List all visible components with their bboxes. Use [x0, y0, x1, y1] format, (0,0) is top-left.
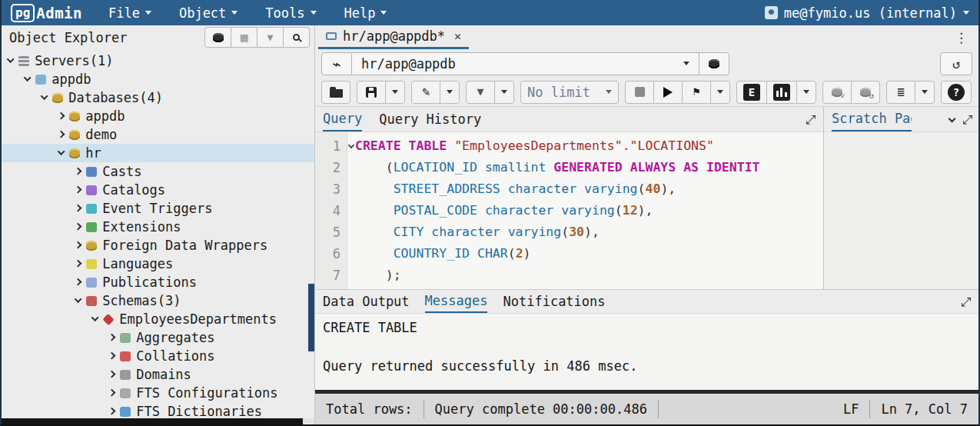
commit-button[interactable]: ✓ — [822, 81, 852, 104]
tree-item-foreign-data-wrappers[interactable]: Foreign Data Wrappers — [2, 236, 314, 255]
cursor-position: Ln 7, Col 7 — [870, 401, 978, 417]
expand-caret-icon[interactable] — [75, 168, 82, 175]
scratch-pad-tab[interactable]: Scratch Pad — [832, 107, 912, 131]
expand-icon[interactable]: ⤢ — [806, 112, 816, 127]
new-connection-button[interactable] — [699, 52, 729, 75]
tab-messages[interactable]: Messages — [425, 290, 488, 313]
collapse-caret-icon[interactable] — [7, 56, 15, 64]
tree-item-languages[interactable]: Languages — [2, 255, 314, 273]
filter-data-button[interactable]: ▼ — [257, 27, 284, 48]
tree-item-publications[interactable]: Publications — [2, 273, 314, 291]
close-tab-icon[interactable]: ✕ — [454, 29, 461, 43]
collapse-caret-icon[interactable] — [41, 93, 48, 101]
tab-query[interactable]: Query — [323, 107, 362, 131]
stop-button[interactable] — [625, 81, 654, 104]
explain-options-button[interactable] — [796, 81, 816, 104]
save-file-button[interactable] — [357, 81, 386, 104]
query-tool-tab[interactable]: hr/app@appdb* ✕ — [318, 25, 469, 49]
tab-notifications[interactable]: Notifications — [503, 290, 605, 313]
tree-item-employeesdepartments[interactable]: EmployeesDepartments — [2, 310, 314, 328]
row-limit-select[interactable]: No limit — [520, 81, 619, 104]
edit-button[interactable]: ✎ — [411, 81, 440, 104]
expand-caret-icon[interactable] — [108, 334, 116, 341]
collapse-caret-icon[interactable] — [58, 148, 65, 156]
tree-item-aggregates[interactable]: Aggregates — [2, 328, 314, 347]
open-file-button[interactable] — [321, 81, 350, 104]
tab-data-output[interactable]: Data Output — [323, 290, 410, 313]
sql-code[interactable]: CREATE TABLE "EmployeesDepartments"."LOC… — [347, 132, 823, 289]
execute-button[interactable] — [653, 81, 683, 104]
macros-button[interactable]: ≣ — [886, 81, 915, 104]
collapse-caret-icon[interactable] — [91, 315, 99, 322]
expand-caret-icon[interactable] — [75, 205, 82, 212]
tree-item-servers-1-[interactable]: Servers(1) — [2, 52, 314, 70]
tree-vertical-scrollbar[interactable] — [308, 284, 314, 351]
filter-options-button[interactable] — [494, 81, 514, 104]
tree-item-catalogs[interactable]: Catalogs — [2, 181, 314, 199]
collapse-caret-icon[interactable] — [24, 75, 32, 82]
tree-item-demo[interactable]: demo — [2, 125, 314, 144]
collapse-caret-icon[interactable] — [75, 296, 82, 304]
expand-caret-icon[interactable] — [108, 352, 116, 360]
edit-options-button[interactable] — [440, 81, 460, 104]
collations-icon — [120, 351, 131, 361]
menu-file[interactable]: File — [108, 5, 151, 21]
chevron-down-icon — [963, 11, 969, 15]
tree-horizontal-scrollbar[interactable] — [2, 418, 314, 424]
expand-caret-icon[interactable] — [75, 278, 82, 286]
tree-item-databases-4-[interactable]: Databases(4) — [2, 88, 314, 107]
search-objects-button[interactable] — [283, 27, 310, 48]
object-explorer-title: Object Explorer — [9, 30, 128, 45]
menu-tools[interactable]: Tools — [265, 5, 316, 21]
explain-button[interactable]: E — [736, 81, 767, 104]
tree-item-extensions[interactable]: Extensions — [2, 218, 314, 236]
user-menu[interactable]: ☻ me@fymio.us (internal) — [765, 5, 969, 21]
expand-caret-icon[interactable] — [75, 186, 82, 194]
chevron-down-icon[interactable] — [948, 115, 956, 123]
expand-caret-icon[interactable] — [108, 371, 116, 378]
refresh-connection-button[interactable]: ↺ — [940, 52, 972, 75]
more-options-icon[interactable]: ⋮ — [955, 30, 968, 45]
tree-item-event-triggers[interactable]: Event Triggers — [2, 199, 314, 218]
connection-selector[interactable]: hr/app@appdb — [352, 52, 699, 75]
expand-caret-icon[interactable] — [108, 408, 116, 415]
macros-options-button[interactable] — [915, 81, 935, 104]
explain-analyze-button[interactable] — [766, 81, 797, 104]
expand-icon[interactable]: ⤢ — [961, 295, 971, 309]
expand-caret-icon[interactable] — [75, 260, 82, 268]
rollback-button[interactable]: ↺ — [851, 81, 880, 104]
tree-item-appdb[interactable]: appdb — [2, 70, 314, 88]
help-button[interactable]: ? — [941, 81, 972, 104]
line-number-gutter: 1234567 — [315, 132, 347, 289]
connection-status-button[interactable]: ⌁ — [321, 52, 352, 75]
menu-help[interactable]: Help — [344, 5, 387, 21]
tree-item-appdb[interactable]: appdb — [2, 107, 314, 125]
sql-editor[interactable]: 1234567 CREATE TABLE "EmployeesDepartmen… — [315, 131, 823, 289]
flag-icon: ⚑ — [693, 86, 699, 98]
tree-item-fts-dictionaries[interactable]: FTS Dictionaries — [2, 402, 314, 418]
tree-item-domains[interactable]: Domains — [2, 365, 314, 384]
save-options-button[interactable] — [385, 81, 405, 104]
expand-caret-icon[interactable] — [58, 131, 65, 138]
execute-dropdown-button[interactable] — [710, 81, 730, 104]
expand-caret-icon[interactable] — [58, 112, 65, 120]
tree-item-collations[interactable]: Collations — [2, 347, 314, 365]
expand-icon[interactable]: ⤢ — [962, 112, 972, 127]
tab-query-history[interactable]: Query History — [379, 107, 481, 131]
tree-item-hr[interactable]: hr — [2, 144, 314, 162]
view-data-button[interactable]: ▦ — [231, 27, 257, 48]
tree-item-casts[interactable]: Casts — [2, 162, 314, 181]
expand-caret-icon[interactable] — [75, 223, 82, 231]
pgadmin-logo-pg: pg — [11, 4, 35, 22]
expand-caret-icon[interactable] — [108, 389, 116, 397]
expand-caret-icon[interactable] — [75, 241, 82, 249]
scratch-pad-editor[interactable] — [824, 131, 978, 289]
tree-item-schemas-3-[interactable]: Schemas(3) — [2, 291, 314, 310]
database-icon — [69, 130, 80, 140]
execute-options-button[interactable]: ⚑ — [682, 81, 711, 104]
tree-item-fts-configurations[interactable]: FTS Configurations — [2, 384, 314, 402]
menu-object[interactable]: Object — [179, 5, 238, 21]
filter-button[interactable]: ▼ — [466, 81, 495, 104]
connect-server-button[interactable] — [204, 27, 231, 48]
tree-horizontal-scrollbar-thumb[interactable] — [2, 418, 303, 424]
